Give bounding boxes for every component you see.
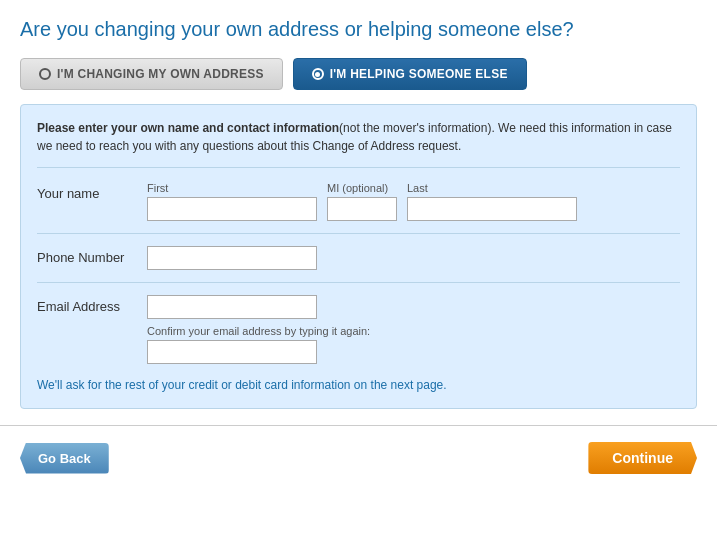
your-name-row: Your name First MI (optional) Last [37, 182, 680, 234]
footer-bar: Go Back Continue [0, 425, 717, 490]
phone-label: Phone Number [37, 246, 147, 265]
mi-input[interactable] [327, 197, 397, 221]
last-label: Last [407, 182, 577, 194]
form-section: Please enter your own name and contact i… [20, 104, 697, 409]
last-name-input[interactable] [407, 197, 577, 221]
phone-inputs [147, 246, 680, 270]
toggle-group: I'M CHANGING MY OWN ADDRESS I'M HELPING … [20, 58, 697, 90]
mi-group: MI (optional) [327, 182, 397, 221]
name-inputs: First MI (optional) Last [147, 182, 680, 221]
your-name-label: Your name [37, 182, 147, 201]
first-label: First [147, 182, 317, 194]
first-name-input[interactable] [147, 197, 317, 221]
notice-text: Please enter your own name and contact i… [37, 119, 680, 168]
helping-someone-label: I'M HELPING SOMEONE ELSE [330, 67, 508, 81]
mi-label: MI (optional) [327, 182, 397, 194]
own-address-toggle[interactable]: I'M CHANGING MY OWN ADDRESS [20, 58, 283, 90]
confirm-email-input[interactable] [147, 340, 317, 364]
confirm-email-group: Confirm your email address by typing it … [147, 325, 370, 364]
continue-button[interactable]: Continue [588, 442, 697, 474]
email-label: Email Address [37, 295, 147, 314]
phone-group [147, 246, 317, 270]
email-input[interactable] [147, 295, 317, 319]
first-name-group: First [147, 182, 317, 221]
phone-row: Phone Number [37, 246, 680, 283]
credit-card-note: We'll ask for the rest of your credit or… [37, 378, 680, 392]
last-name-group: Last [407, 182, 577, 221]
own-address-label: I'M CHANGING MY OWN ADDRESS [57, 67, 264, 81]
go-back-button[interactable]: Go Back [20, 443, 109, 474]
email-row: Email Address Confirm your email address… [37, 295, 680, 364]
helping-someone-radio-icon [312, 68, 324, 80]
email-group [147, 295, 370, 319]
email-inputs: Confirm your email address by typing it … [147, 295, 680, 364]
page-title: Are you changing your own address or hel… [20, 16, 697, 42]
own-address-radio-icon [39, 68, 51, 80]
phone-input[interactable] [147, 246, 317, 270]
helping-someone-toggle[interactable]: I'M HELPING SOMEONE ELSE [293, 58, 527, 90]
email-fields-col: Confirm your email address by typing it … [147, 295, 370, 364]
notice-bold: Please enter your own name and contact i… [37, 121, 339, 135]
confirm-email-label: Confirm your email address by typing it … [147, 325, 370, 337]
